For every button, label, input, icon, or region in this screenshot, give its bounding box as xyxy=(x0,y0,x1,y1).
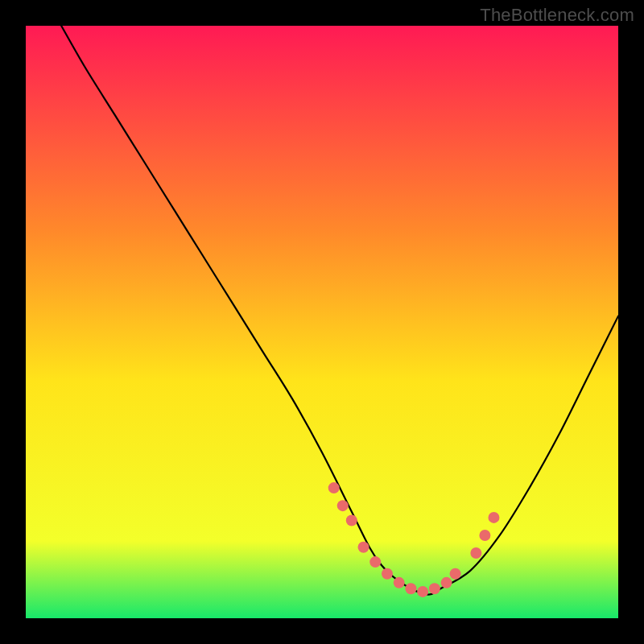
data-dot xyxy=(450,568,461,580)
data-dot xyxy=(337,500,349,511)
data-dot xyxy=(382,568,393,580)
data-dot xyxy=(488,512,499,523)
data-dot xyxy=(369,556,381,568)
data-dot xyxy=(470,547,481,559)
data-dot xyxy=(346,515,357,526)
data-dot xyxy=(358,542,369,553)
data-dot xyxy=(394,577,405,588)
chart-frame xyxy=(26,26,618,618)
watermark-text: TheBottleneck.com xyxy=(480,5,634,26)
data-dot xyxy=(405,583,416,594)
data-dot xyxy=(441,577,452,588)
data-dot xyxy=(429,583,440,594)
data-dot xyxy=(479,530,490,541)
chart-svg xyxy=(26,26,618,618)
data-dot xyxy=(328,482,340,493)
data-dot xyxy=(417,586,428,597)
